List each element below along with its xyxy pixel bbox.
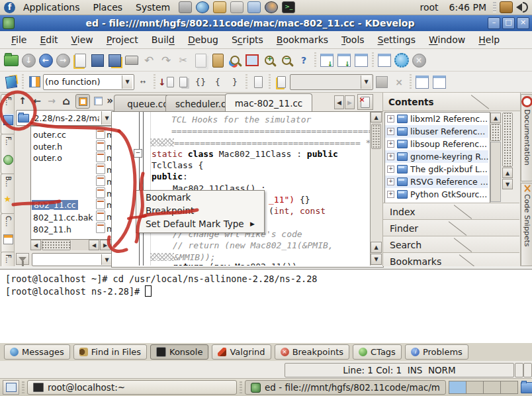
media-icon[interactable] bbox=[247, 1, 261, 13]
vscroll-thumb[interactable] bbox=[371, 124, 381, 149]
open-recent-icon[interactable]: ↓ bbox=[21, 52, 36, 68]
panel-scroll-up-icon[interactable]: ▲ bbox=[502, 168, 513, 178]
menu-item-set-default-mark-type[interactable]: Set Default Mark Type▶ bbox=[136, 217, 264, 230]
wizard-icon[interactable] bbox=[3, 74, 19, 90]
menu-debug[interactable]: Debug bbox=[182, 33, 224, 46]
trash-folder-icon[interactable] bbox=[521, 382, 532, 393]
back-icon[interactable]: ← bbox=[38, 52, 54, 68]
toolview-breakpoints[interactable]: ×Breakpoints bbox=[275, 344, 349, 360]
workspace-1[interactable] bbox=[449, 381, 466, 393]
undo-icon[interactable]: ↶ bbox=[141, 52, 157, 68]
tab-scroll-left-icon[interactable]: ◀ bbox=[334, 95, 344, 109]
dock-tab-bookmarks[interactable]: B... ★ bbox=[1, 173, 15, 214]
menu-scripts[interactable]: Scripts bbox=[226, 33, 269, 46]
switch-to-editor-icon[interactable] bbox=[319, 52, 335, 68]
editor-icon-border[interactable] bbox=[112, 112, 151, 266]
zoom-in-icon[interactable] bbox=[261, 52, 277, 68]
save-icon[interactable] bbox=[89, 52, 105, 68]
switch-to-editor2-icon[interactable] bbox=[336, 52, 352, 68]
zoom-out-icon[interactable] bbox=[279, 52, 294, 68]
tree-item[interactable]: +libsoup Referenc... bbox=[385, 138, 488, 150]
browser-icon[interactable] bbox=[196, 1, 209, 13]
package-tray-icon[interactable] bbox=[500, 1, 513, 13]
printer-icon[interactable] bbox=[230, 1, 244, 13]
tab-mac-802-11-cc[interactable]: mac-802_11.cc bbox=[225, 93, 312, 112]
menu-help[interactable]: Help bbox=[472, 33, 506, 46]
hscroll-thumb[interactable] bbox=[42, 240, 71, 250]
panel-clock[interactable]: 6:46 PM bbox=[445, 2, 490, 13]
vscroll-up-icon[interactable]: ▲ bbox=[371, 112, 382, 123]
hscroll-right-icon[interactable]: ▶ bbox=[100, 240, 111, 250]
toolview-ctags[interactable]: CTags bbox=[353, 344, 402, 360]
function-navigator-combo[interactable]: (no function) ▼ bbox=[43, 74, 134, 90]
section-index[interactable]: Index bbox=[383, 203, 519, 220]
kdevelop-window-icon[interactable] bbox=[3, 17, 15, 29]
dir-up-icon[interactable]: ↑ bbox=[16, 94, 29, 107]
tab-prev-icon[interactable] bbox=[414, 74, 430, 90]
close-button[interactable]: × bbox=[517, 17, 529, 29]
file-item[interactable]: outer.h bbox=[33, 142, 62, 152]
tab-scroll-right-icon[interactable]: ▶ bbox=[345, 95, 355, 109]
hscroll-left-icon[interactable]: ◀ bbox=[30, 240, 41, 250]
select-all-icon[interactable] bbox=[244, 52, 260, 68]
editor-vscrollbar[interactable]: ▲ ▲ ▼ bbox=[370, 112, 382, 266]
tree-item[interactable]: +The gdk-pixbuf L... bbox=[385, 163, 488, 175]
contents-tree[interactable]: +libxml2 Referenc... +libuser Referenc..… bbox=[384, 112, 490, 203]
open-file-icon[interactable] bbox=[3, 52, 19, 68]
code-area[interactable]: TCL Hooks for the simulator ============… bbox=[150, 112, 370, 266]
splitter-handle-icon[interactable]: ↔ bbox=[135, 74, 151, 90]
menu-item-breakpoint[interactable]: Breakpoint bbox=[136, 204, 264, 217]
duplicate-icon[interactable] bbox=[175, 74, 191, 90]
fold-marker[interactable]: − bbox=[134, 149, 142, 158]
tree-item[interactable]: +Python GtkSourc... bbox=[385, 188, 488, 201]
web-globe-icon[interactable] bbox=[265, 1, 278, 13]
panel-scroll-thumb[interactable] bbox=[502, 113, 513, 167]
tree-scroll-track[interactable] bbox=[490, 142, 501, 202]
file-item[interactable]: 802_11.h bbox=[33, 224, 71, 234]
dock-tab-classes[interactable]: C... bbox=[1, 213, 15, 254]
file-item-selected[interactable]: 802_11.cc bbox=[32, 200, 78, 210]
menu-window[interactable]: Window bbox=[423, 33, 471, 46]
minimize-button[interactable]: – bbox=[488, 17, 500, 29]
panel-scroll-down-icon[interactable]: ▼ bbox=[502, 179, 513, 189]
cut-icon[interactable]: ✂ bbox=[175, 52, 191, 68]
code-editor[interactable]: − TCL Hooks for the simulator ==========… bbox=[111, 111, 384, 268]
brace-block-icon[interactable]: {} bbox=[193, 74, 208, 90]
volume-icon[interactable] bbox=[516, 2, 528, 13]
brace-close-icon[interactable]: } bbox=[227, 74, 243, 90]
dir-back-icon[interactable]: ← bbox=[30, 94, 44, 107]
task-kdevelop-window[interactable]: ed - file:///mnt/hgfs/802.11code/mac/m..… bbox=[245, 380, 446, 395]
new-file-icon[interactable] bbox=[72, 52, 88, 68]
new-snippet-icon[interactable] bbox=[273, 74, 289, 90]
document-icon[interactable] bbox=[250, 74, 266, 90]
copy-icon[interactable] bbox=[193, 52, 208, 68]
section-search[interactable]: Search bbox=[383, 236, 519, 253]
close-tab-button[interactable]: × bbox=[357, 94, 373, 110]
section-finder[interactable]: Finder bbox=[383, 219, 519, 236]
delete-disabled-icon[interactable]: × bbox=[391, 74, 407, 90]
raise-doc-icon[interactable] bbox=[377, 52, 392, 68]
menu-system[interactable]: System bbox=[130, 1, 175, 13]
save-disabled-icon[interactable] bbox=[374, 74, 390, 90]
workspace-pager[interactable] bbox=[449, 381, 518, 394]
show-desktop-button[interactable] bbox=[3, 380, 19, 395]
dock-tab-code-snippets[interactable]: Code Snippets bbox=[521, 183, 532, 266]
toolview-valgrind[interactable]: Valgrind bbox=[212, 344, 271, 360]
maximize-button[interactable]: □ bbox=[502, 17, 515, 29]
workspace-3[interactable] bbox=[484, 381, 501, 393]
print-icon[interactable] bbox=[124, 52, 140, 68]
paste-icon[interactable] bbox=[210, 52, 226, 68]
configure-icon[interactable] bbox=[394, 52, 410, 68]
task-konsole-window[interactable]: root@localhost:~ bbox=[27, 380, 237, 395]
filter-button[interactable] bbox=[16, 253, 29, 265]
drawer-icon[interactable] bbox=[179, 1, 192, 13]
menu-file[interactable]: File bbox=[5, 33, 32, 46]
section-bookmarks[interactable]: Bookmarks bbox=[383, 252, 519, 266]
toolview-konsole[interactable]: Konsole bbox=[150, 344, 208, 360]
dock-tab-file-list[interactable]: F... bbox=[1, 252, 15, 266]
dock-tab-file-groups[interactable]: F... bbox=[1, 134, 15, 174]
menu-bookmarks[interactable]: Bookmarks bbox=[271, 33, 334, 46]
menu-item-bookmark[interactable]: Bookmark bbox=[136, 191, 264, 204]
vscroll-up2-icon[interactable]: ▲ bbox=[371, 242, 382, 253]
menu-build[interactable]: Build bbox=[146, 33, 181, 46]
